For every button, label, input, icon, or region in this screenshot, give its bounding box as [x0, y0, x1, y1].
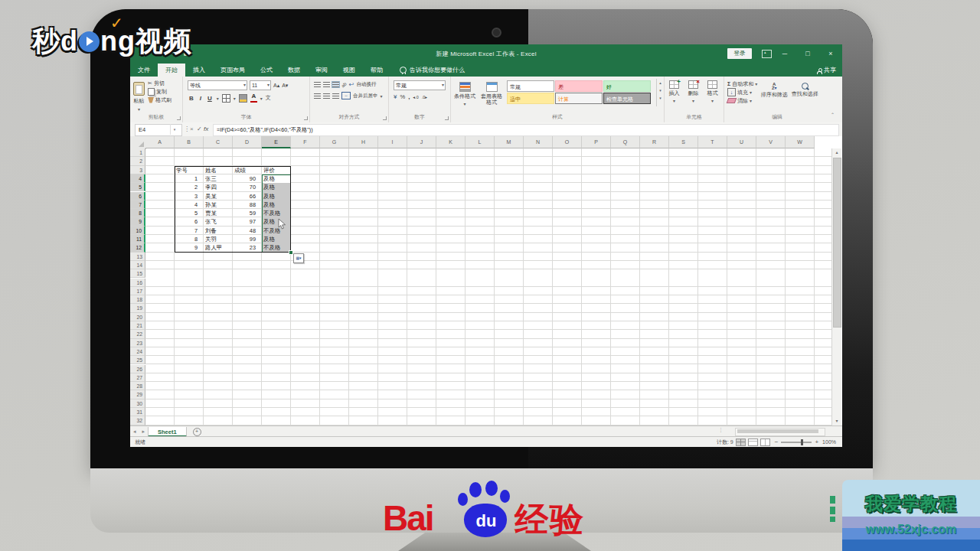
row-header-17[interactable]: 17 [130, 287, 145, 295]
column-header-F[interactable]: F [291, 136, 320, 148]
ribbon-tab-帮助[interactable]: 帮助 [363, 64, 390, 77]
cancel-entry-icon[interactable]: × [190, 124, 194, 135]
alignment-dialog-launcher[interactable] [383, 116, 387, 120]
cell-D10[interactable]: 48 [233, 227, 259, 235]
increase-decimal-icon[interactable]: ◂.0 [413, 95, 418, 99]
prev-sheet-icon[interactable]: ◂ [130, 429, 139, 435]
comma-style-icon[interactable]: , [408, 93, 410, 100]
fill-color-icon[interactable] [239, 94, 247, 103]
cell-B9[interactable]: 6 [175, 217, 201, 226]
cell-D8[interactable]: 59 [233, 209, 259, 217]
row-header-13[interactable]: 13 [130, 253, 145, 261]
zoom-level[interactable]: 100% [818, 439, 842, 445]
cell-D6[interactable]: 66 [233, 192, 259, 201]
row-header-20[interactable]: 20 [130, 313, 145, 321]
merge-center-icon[interactable]: ↔ [341, 92, 351, 99]
row-header-25[interactable]: 25 [130, 356, 145, 364]
tell-me-box[interactable]: 告诉我你想要做什么 [390, 64, 465, 77]
page-layout-view-icon[interactable] [748, 439, 758, 446]
vertical-scroll-thumb[interactable] [833, 158, 841, 328]
cell-E11[interactable]: 及格 [262, 235, 291, 243]
confirm-entry-icon[interactable]: ✓ [197, 124, 202, 135]
column-header-O[interactable]: O [553, 136, 582, 148]
gallery-more-icon[interactable]: ▾ [657, 94, 664, 102]
wrap-text-label[interactable]: 自动换行 [356, 81, 376, 88]
font-color-dropdown-icon[interactable]: ▾ [260, 96, 263, 101]
currency-icon[interactable]: ¥ [394, 93, 397, 100]
cell-B5[interactable]: 2 [175, 183, 201, 191]
row-header-27[interactable]: 27 [130, 373, 145, 382]
zoom-slider[interactable] [781, 442, 812, 443]
wrap-text-icon[interactable]: ↩ [349, 81, 354, 88]
cell-style-好[interactable]: 好 [603, 80, 651, 92]
borders-icon[interactable] [222, 94, 230, 103]
cell-E12[interactable]: 不及格 [262, 243, 291, 252]
column-header-T[interactable]: T [698, 136, 727, 148]
row-header-30[interactable]: 30 [130, 399, 145, 408]
scroll-up-icon[interactable]: ▴ [832, 148, 841, 157]
italic-button[interactable]: I [198, 95, 203, 102]
row-header-2[interactable]: 2 [130, 157, 145, 165]
ribbon-display-options-icon[interactable] [762, 50, 772, 58]
cut-button[interactable]: ✂剪切 [148, 79, 172, 87]
font-dialog-launcher[interactable] [304, 116, 308, 120]
increase-font-icon[interactable]: A▴ [273, 83, 279, 89]
row-header-23[interactable]: 23 [130, 339, 145, 347]
row-header-7[interactable]: 7 [130, 201, 145, 209]
page-break-view-icon[interactable] [760, 439, 770, 446]
sort-filter-button[interactable]: AZ▾ 排序和筛选 [760, 80, 788, 105]
tabbar-splitter-icon[interactable]: ⋮ [718, 427, 724, 433]
cell-style-计算[interactable]: 计算 [555, 93, 603, 104]
cell-B3[interactable]: 学号 [175, 166, 204, 174]
cell-style-检查单元格[interactable]: 检查单元格 [603, 93, 651, 104]
column-header-B[interactable]: B [175, 136, 204, 148]
paste-button[interactable]: 粘贴 ▾ [133, 79, 145, 112]
font-size-combo[interactable]: 11▾ [250, 80, 271, 90]
cell-C3[interactable]: 姓名 [204, 166, 233, 174]
autosum-button[interactable]: Σ自动求和▾ [727, 80, 757, 88]
select-all-corner[interactable] [130, 136, 146, 149]
decrease-decimal-icon[interactable]: .0▸ [422, 95, 427, 99]
column-header-L[interactable]: L [466, 136, 495, 148]
horizontal-scrollbar[interactable] [735, 428, 825, 436]
orientation-icon[interactable]: ab [341, 81, 348, 88]
autofill-options-button[interactable]: ▦▾ [293, 253, 304, 263]
row-header-29[interactable]: 29 [130, 390, 145, 399]
ribbon-tab-开始[interactable]: 开始 [158, 64, 185, 77]
row-header-6[interactable]: 6 [130, 192, 145, 201]
cell-C8[interactable]: 贾某 [204, 209, 233, 217]
clipboard-dialog-launcher[interactable] [177, 116, 181, 120]
column-header-K[interactable]: K [436, 136, 466, 148]
ribbon-tab-审阅[interactable]: 审阅 [308, 64, 335, 77]
align-top-icon[interactable] [314, 82, 321, 87]
decrease-font-icon[interactable]: A▾ [282, 83, 288, 89]
horizontal-scroll-thumb[interactable] [737, 429, 818, 433]
column-header-S[interactable]: S [669, 136, 698, 148]
insert-function-icon[interactable]: fx [204, 124, 208, 135]
row-header-21[interactable]: 21 [130, 321, 145, 330]
cell-E8[interactable]: 不及格 [262, 209, 291, 217]
column-header-I[interactable]: I [378, 136, 407, 148]
cell-B12[interactable]: 9 [175, 243, 201, 252]
row-header-16[interactable]: 16 [130, 279, 145, 287]
cell-D3[interactable]: 成绩 [233, 166, 262, 174]
row-header-28[interactable]: 28 [130, 382, 145, 390]
column-header-U[interactable]: U [727, 136, 756, 148]
formula-input[interactable]: =IF(D4>=60,"及格",IF(D4<60,"不及格")) [213, 124, 839, 136]
cell-E10[interactable]: 不及格 [262, 227, 291, 235]
align-left-icon[interactable] [314, 93, 321, 99]
row-header-31[interactable]: 31 [130, 408, 145, 416]
font-name-combo[interactable]: 等线▾ [188, 80, 247, 90]
name-box-dropdown-icon[interactable]: ▾ [170, 124, 178, 135]
align-middle-icon[interactable] [323, 82, 330, 87]
row-header-10[interactable]: 10 [130, 227, 145, 235]
cell-E7[interactable]: 及格 [262, 201, 291, 209]
row-header-14[interactable]: 14 [130, 261, 145, 269]
phonetic-icon[interactable]: 文 [266, 94, 271, 102]
row-header-12[interactable]: 12 [130, 243, 145, 252]
close-button[interactable]: × [819, 44, 842, 64]
bold-button[interactable]: B [188, 95, 195, 102]
cell-D4[interactable]: 90 [233, 174, 259, 183]
row-header-3[interactable]: 3 [130, 166, 145, 174]
column-header-P[interactable]: P [582, 136, 611, 148]
